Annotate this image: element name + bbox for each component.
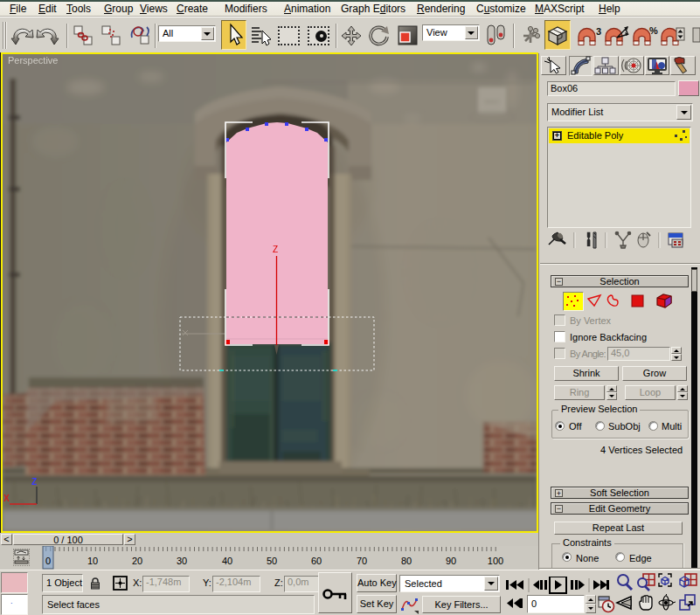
svg-text:70: 70 xyxy=(357,556,367,566)
svg-text:3: 3 xyxy=(596,26,601,37)
svg-text:10: 10 xyxy=(87,556,98,566)
svg-text:30: 30 xyxy=(177,556,187,566)
svg-text:90: 90 xyxy=(446,556,456,566)
svg-text:80: 80 xyxy=(401,556,412,566)
svg-text:60: 60 xyxy=(311,556,322,566)
svg-text:%: % xyxy=(649,25,658,36)
svg-text:20: 20 xyxy=(132,556,142,566)
svg-text:0: 0 xyxy=(45,556,51,566)
svg-text:100: 100 xyxy=(488,556,503,566)
svg-text:40: 40 xyxy=(222,556,232,566)
svg-text:50: 50 xyxy=(267,556,277,566)
